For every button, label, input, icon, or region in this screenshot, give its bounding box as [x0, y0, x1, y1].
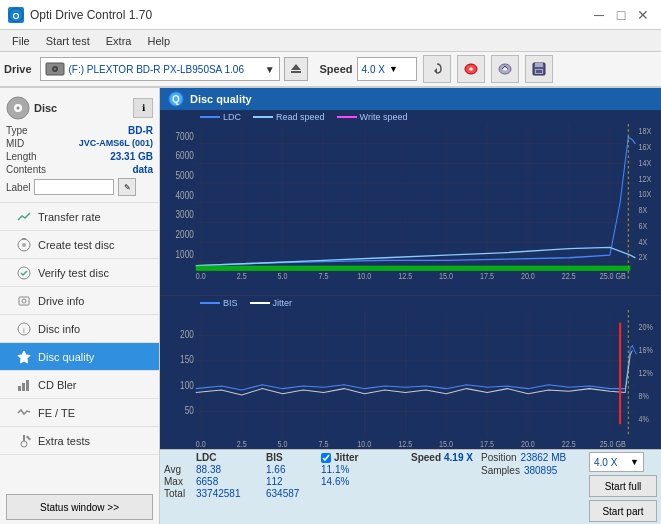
menu-start-test[interactable]: Start test: [38, 33, 98, 49]
disc-info-btn[interactable]: ℹ: [133, 98, 153, 118]
svg-text:10X: 10X: [639, 190, 652, 200]
nav-items: Transfer rate Create test disc Verify te…: [0, 203, 159, 490]
sidebar-item-transfer-rate[interactable]: Transfer rate: [0, 203, 159, 231]
start-full-button[interactable]: Start full: [589, 475, 657, 497]
speed-dropdown[interactable]: 4.0 X ▼: [589, 452, 644, 472]
disc-write-button[interactable]: [491, 55, 519, 83]
write-speed-label: Write speed: [360, 112, 408, 122]
speed-label: Speed: [320, 63, 353, 75]
avg-ldc: 88.38: [196, 464, 266, 475]
position-row: Position 23862 MB: [481, 452, 581, 463]
svg-text:i: i: [23, 326, 25, 335]
mid-label: MID: [6, 138, 24, 149]
disc-mid-row: MID JVC-AMS6L (001): [6, 137, 153, 150]
svg-rect-28: [18, 386, 21, 391]
write-speed-line: [337, 116, 357, 118]
transfer-rate-icon: [16, 209, 32, 225]
disc-label: Disc: [34, 102, 57, 114]
menu-extra[interactable]: Extra: [98, 33, 140, 49]
svg-point-18: [17, 107, 20, 110]
svg-text:16X: 16X: [639, 142, 652, 152]
position-value: 23862 MB: [521, 452, 567, 463]
svg-text:12.5: 12.5: [398, 271, 412, 281]
maximize-button[interactable]: □: [611, 5, 631, 25]
label-label: Label: [6, 182, 30, 193]
menu-file[interactable]: File: [4, 33, 38, 49]
disc-quality-icon: [16, 349, 32, 365]
svg-text:17.5: 17.5: [480, 271, 494, 281]
speed-select[interactable]: 4.0 X ▼: [357, 57, 417, 81]
ldc-label: LDC: [223, 112, 241, 122]
sidebar-item-fe-te[interactable]: FE / TE: [0, 399, 159, 427]
sidebar-item-disc-quality[interactable]: Disc quality: [0, 343, 159, 371]
disc-type-row: Type BD-R: [6, 124, 153, 137]
type-label: Type: [6, 125, 28, 136]
samples-value: 380895: [524, 465, 557, 476]
svg-text:1000: 1000: [176, 248, 194, 260]
minimize-button[interactable]: ─: [589, 5, 609, 25]
sidebar-item-disc-info[interactable]: i Disc info: [0, 315, 159, 343]
svg-marker-5: [291, 64, 301, 70]
eject-button[interactable]: [284, 57, 308, 81]
save-button[interactable]: [525, 55, 553, 83]
disc-label-row: Label ✎: [6, 176, 153, 198]
disc-quality-header-icon: Q: [168, 91, 184, 107]
sidebar-item-verify-test-disc[interactable]: Verify test disc: [0, 259, 159, 287]
svg-text:20.0: 20.0: [521, 271, 535, 281]
svg-text:2000: 2000: [176, 228, 194, 240]
status-window-button[interactable]: Status window >>: [6, 494, 153, 520]
samples-row: Samples 380895: [481, 465, 581, 476]
drive-select[interactable]: (F:) PLEXTOR BD-R PX-LB950SA 1.06 ▼: [40, 57, 280, 81]
jitter-checkbox[interactable]: [321, 453, 331, 463]
svg-text:2.5: 2.5: [237, 271, 247, 281]
svg-rect-30: [26, 380, 29, 391]
max-label: Max: [164, 476, 196, 487]
svg-text:2X: 2X: [639, 253, 648, 263]
svg-text:20.0: 20.0: [521, 439, 535, 449]
label-edit-btn[interactable]: ✎: [118, 178, 136, 196]
svg-point-24: [22, 299, 26, 303]
close-button[interactable]: ✕: [633, 5, 653, 25]
disc-length-row: Length 23.31 GB: [6, 150, 153, 163]
content-area: Q Disc quality LDC Read speed Write spee…: [160, 88, 661, 524]
svg-text:4000: 4000: [176, 189, 194, 201]
type-value: BD-R: [128, 125, 153, 136]
speed-header-container: Speed 4.19 X: [411, 452, 473, 463]
sidebar-item-cd-bler[interactable]: CD Bler: [0, 371, 159, 399]
main-layout: Disc ℹ Type BD-R MID JVC-AMS6L (001) Len…: [0, 88, 661, 524]
max-bis: 112: [266, 476, 321, 487]
disc-erase-button[interactable]: [457, 55, 485, 83]
svg-text:3000: 3000: [176, 208, 194, 220]
svg-text:100: 100: [180, 379, 194, 390]
label-input[interactable]: [34, 179, 114, 195]
speed-and-btns: 4.0 X ▼ Start full Start part: [589, 452, 657, 522]
svg-text:7000: 7000: [176, 130, 194, 142]
svg-text:10.0: 10.0: [357, 439, 371, 449]
menu-help[interactable]: Help: [139, 33, 178, 49]
verify-icon: [16, 265, 32, 281]
svg-rect-84: [196, 266, 631, 271]
disc-header: Disc ℹ: [6, 92, 153, 124]
svg-point-20: [22, 243, 26, 247]
sidebar-item-create-test-disc[interactable]: Create test disc: [0, 231, 159, 259]
svg-text:Q: Q: [172, 94, 180, 105]
svg-text:6X: 6X: [639, 221, 648, 231]
jitter-label: Jitter: [273, 298, 293, 308]
svg-text:22.5: 22.5: [562, 271, 576, 281]
svg-point-4: [54, 68, 56, 70]
sidebar-item-drive-info[interactable]: Drive info: [0, 287, 159, 315]
titlebar: O Opti Drive Control 1.70 ─ □ ✕: [0, 0, 661, 30]
svg-text:22.5: 22.5: [562, 439, 576, 449]
max-ldc: 6658: [196, 476, 266, 487]
svg-text:5.0: 5.0: [278, 271, 288, 281]
ldc-legend: LDC: [200, 112, 241, 122]
svg-rect-29: [22, 383, 25, 391]
start-part-button[interactable]: Start part: [589, 500, 657, 522]
sidebar-item-extra-tests[interactable]: Extra tests: [0, 427, 159, 455]
refresh-button[interactable]: [423, 55, 451, 83]
avg-bis: 1.66: [266, 464, 321, 475]
stats-avg-row: Avg 88.38 1.66 11.1%: [164, 464, 477, 475]
total-bis: 634587: [266, 488, 321, 499]
svg-point-9: [469, 68, 473, 71]
disc-contents-row: Contents data: [6, 163, 153, 176]
